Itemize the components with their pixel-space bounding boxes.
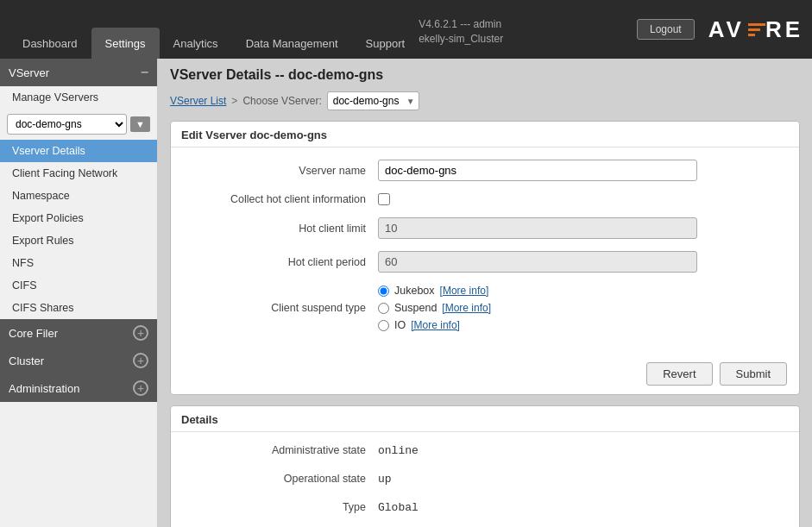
radio-io[interactable] xyxy=(378,320,389,331)
hot-client-period-label: Hot client period xyxy=(188,256,378,268)
cluster-section-header[interactable]: Cluster + xyxy=(0,347,157,374)
vserver-section-header[interactable]: VServer − xyxy=(0,59,157,86)
sidebar-item-client-facing-network[interactable]: Client Facing Network xyxy=(0,162,157,185)
operational-state-value: up xyxy=(378,473,392,486)
breadcrumb-choose-label: Choose VServer: xyxy=(242,95,321,107)
logo-bars xyxy=(748,23,765,36)
radio-io-label: IO xyxy=(394,319,406,331)
logo: AV RE xyxy=(708,16,803,43)
main-layout: VServer − Manage VServers doc-demo-gns ▼… xyxy=(0,59,812,527)
cluster-expand-icon: + xyxy=(133,353,148,368)
jukebox-more-info[interactable]: [More info] xyxy=(440,285,489,297)
vserver-select-row: doc-demo-gns ▼ xyxy=(0,109,157,140)
vserver-chooser-select[interactable]: doc-demo-gns xyxy=(327,91,419,110)
sidebar-item-export-policies[interactable]: Export Policies xyxy=(0,207,157,229)
admin-state-label: Administrative state xyxy=(188,444,378,456)
radio-option-suspend: Suspend [More info] xyxy=(378,302,491,314)
nav-tabs: Dashboard Settings Analytics Data Manage… xyxy=(9,0,419,59)
sidebar-item-vserver-details[interactable]: Vserver Details xyxy=(0,140,157,162)
admin-state-value: online xyxy=(378,444,419,457)
administration-section-label: Administration xyxy=(9,382,79,395)
radio-suspend[interactable] xyxy=(378,303,389,314)
breadcrumb-row: VServer List > Choose VServer: doc-demo-… xyxy=(170,91,800,110)
type-label: Type xyxy=(188,501,378,513)
client-suspend-label: Client suspend type xyxy=(188,302,378,314)
content-area: VServer Details -- doc-demo-gns VServer … xyxy=(158,59,812,527)
sidebar-item-cifs-shares[interactable]: CIFS Shares xyxy=(0,297,157,319)
logout-button[interactable]: Logout xyxy=(637,19,695,40)
suspend-type-options: Jukebox [More info] Suspend [More info] … xyxy=(378,285,491,331)
cluster-text: ekelly-sim_Cluster xyxy=(419,32,503,47)
details-row-admin-state: Administrative state online xyxy=(188,444,782,457)
edit-panel-body: Vserver name Collect hot client informat… xyxy=(171,147,799,355)
form-row-suspend-type: Client suspend type Jukebox [More info] … xyxy=(188,285,782,331)
logo-text: AV xyxy=(708,16,745,43)
details-panel-title: Details xyxy=(171,406,799,432)
vserver-name-label: Vserver name xyxy=(188,165,378,177)
collect-hot-checkbox[interactable] xyxy=(378,193,390,205)
radio-jukebox[interactable] xyxy=(378,285,389,297)
vserver-section-label: VServer xyxy=(9,66,49,79)
tab-dashboard[interactable]: Dashboard xyxy=(9,28,91,59)
tab-settings[interactable]: Settings xyxy=(91,28,160,59)
version-text: V4.6.2.1 --- admin xyxy=(419,17,501,32)
radio-jukebox-label: Jukebox xyxy=(394,285,435,297)
edit-panel-title: Edit Vserver doc-demo-gns xyxy=(171,122,799,147)
core-filer-section-label: Core Filer xyxy=(9,327,58,340)
details-panel-body: Administrative state online Operational … xyxy=(171,432,799,527)
button-row: Revert Submit xyxy=(171,355,799,394)
operational-state-label: Operational state xyxy=(188,473,378,485)
collect-hot-label: Collect hot client information xyxy=(188,193,378,205)
form-row-collect-hot: Collect hot client information xyxy=(188,193,782,205)
vserver-select-arrow[interactable]: ▼ xyxy=(130,116,150,132)
tab-data-management[interactable]: Data Management xyxy=(232,28,352,59)
edit-panel: Edit Vserver doc-demo-gns Vserver name C… xyxy=(170,121,800,395)
vserver-collapse-icon: − xyxy=(141,65,148,80)
form-row-hot-period: Hot client period xyxy=(188,251,782,273)
tab-analytics[interactable]: Analytics xyxy=(160,28,232,59)
core-filer-section-header[interactable]: Core Filer + xyxy=(0,319,157,347)
details-row-operational-state: Operational state up xyxy=(188,473,782,486)
breadcrumb-vserver-list[interactable]: VServer List xyxy=(170,95,226,107)
cluster-section-label: Cluster xyxy=(9,354,44,367)
submit-button[interactable]: Submit xyxy=(720,362,787,386)
sidebar-item-cifs[interactable]: CIFS xyxy=(0,274,157,297)
core-filer-expand-icon: + xyxy=(133,325,148,341)
sidebar-item-namespace[interactable]: Namespace xyxy=(0,185,157,207)
vserver-select[interactable]: doc-demo-gns xyxy=(7,114,127,135)
details-panel: Details Administrative state online Oper… xyxy=(170,405,800,527)
breadcrumb-separator: > xyxy=(231,95,237,107)
administration-expand-icon: + xyxy=(133,380,148,396)
hot-client-limit-label: Hot client limit xyxy=(188,223,378,235)
sidebar-item-manage-vservers[interactable]: Manage VServers xyxy=(0,86,157,109)
version-info-block: V4.6.2.1 --- admin ekelly-sim_Cluster xyxy=(419,12,637,47)
form-row-vserver-name: Vserver name xyxy=(188,160,782,181)
type-value: Global xyxy=(378,501,419,514)
sidebar-item-export-rules[interactable]: Export Rules xyxy=(0,229,157,252)
details-row-type: Type Global xyxy=(188,501,782,514)
tab-support[interactable]: Support xyxy=(352,28,419,59)
revert-button[interactable]: Revert xyxy=(646,362,712,386)
vserver-chooser-wrapper: doc-demo-gns xyxy=(327,91,419,110)
vserver-name-input[interactable] xyxy=(378,160,697,181)
io-more-info[interactable]: [More info] xyxy=(411,319,460,331)
logo-text-2: RE xyxy=(765,16,803,43)
form-row-hot-limit: Hot client limit xyxy=(188,217,782,239)
radio-option-jukebox: Jukebox [More info] xyxy=(378,285,491,297)
hot-client-limit-input[interactable] xyxy=(378,217,697,239)
radio-option-io: IO [More info] xyxy=(378,319,491,331)
hot-client-period-input[interactable] xyxy=(378,251,697,273)
suspend-more-info[interactable]: [More info] xyxy=(442,302,491,314)
top-nav: Dashboard Settings Analytics Data Manage… xyxy=(0,0,812,59)
radio-suspend-label: Suspend xyxy=(394,302,437,314)
sidebar: VServer − Manage VServers doc-demo-gns ▼… xyxy=(0,59,158,527)
sidebar-item-nfs[interactable]: NFS xyxy=(0,252,157,274)
administration-section-header[interactable]: Administration + xyxy=(0,374,157,402)
page-title: VServer Details -- doc-demo-gns xyxy=(170,67,800,83)
